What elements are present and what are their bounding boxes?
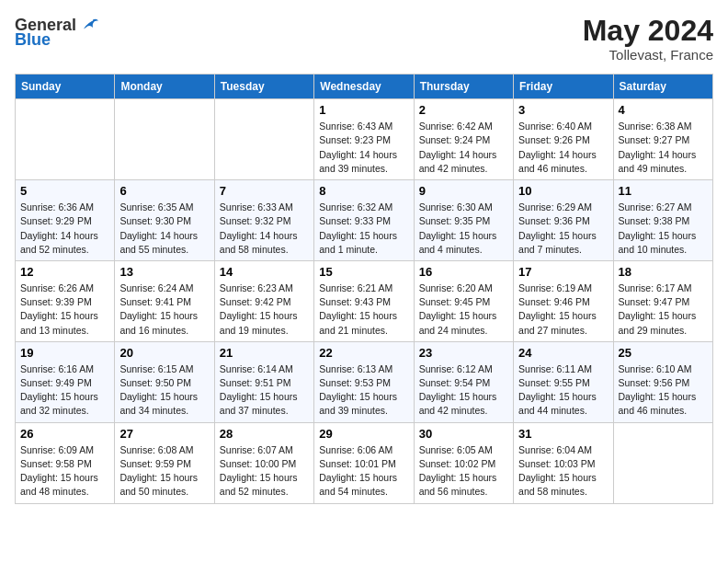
day-number: 14 [220,265,309,279]
calendar-cell [613,422,712,503]
calendar-week-row: 1Sunrise: 6:43 AM Sunset: 9:23 PM Daylig… [16,99,713,180]
calendar-week-row: 26Sunrise: 6:09 AM Sunset: 9:58 PM Dayli… [16,422,713,503]
day-number: 1 [319,103,408,117]
day-info: Sunrise: 6:29 AM Sunset: 9:36 PM Dayligh… [518,201,608,257]
day-info: Sunrise: 6:05 AM Sunset: 10:02 PM Daylig… [419,443,508,500]
day-number: 9 [419,184,508,198]
day-number: 2 [419,103,508,117]
day-info: Sunrise: 6:09 AM Sunset: 9:58 PM Dayligh… [20,443,109,500]
day-info: Sunrise: 6:16 AM Sunset: 9:49 PM Dayligh… [20,362,109,419]
calendar-cell: 24Sunrise: 6:11 AM Sunset: 9:55 PM Dayli… [514,341,613,422]
day-number: 30 [419,427,508,441]
calendar-cell: 26Sunrise: 6:09 AM Sunset: 9:58 PM Dayli… [16,422,115,503]
calendar-table: SundayMondayTuesdayWednesdayThursdayFrid… [15,74,713,503]
day-info: Sunrise: 6:35 AM Sunset: 9:30 PM Dayligh… [119,201,209,257]
day-info: Sunrise: 6:12 AM Sunset: 9:54 PM Dayligh… [419,362,508,419]
calendar-cell: 11Sunrise: 6:27 AM Sunset: 9:38 PM Dayli… [613,180,712,261]
day-info: Sunrise: 6:24 AM Sunset: 9:41 PM Dayligh… [119,282,209,338]
day-number: 24 [518,346,608,360]
day-number: 21 [220,346,309,360]
day-number: 23 [419,346,508,360]
calendar-cell: 23Sunrise: 6:12 AM Sunset: 9:54 PM Dayli… [414,341,513,422]
day-info: Sunrise: 6:21 AM Sunset: 9:43 PM Dayligh… [319,282,408,338]
day-info: Sunrise: 6:07 AM Sunset: 10:00 PM Daylig… [220,443,309,500]
weekday-header-saturday: Saturday [613,75,712,99]
day-number: 11 [619,184,708,198]
calendar-cell [115,99,214,180]
day-number: 4 [619,103,708,117]
day-info: Sunrise: 6:04 AM Sunset: 10:03 PM Daylig… [518,443,608,500]
calendar-cell: 27Sunrise: 6:08 AM Sunset: 9:59 PM Dayli… [115,422,214,503]
day-number: 17 [518,265,608,279]
day-info: Sunrise: 6:42 AM Sunset: 9:24 PM Dayligh… [419,120,508,176]
day-number: 26 [20,427,109,441]
calendar-cell: 14Sunrise: 6:23 AM Sunset: 9:42 PM Dayli… [214,260,313,341]
weekday-header-monday: Monday [115,75,214,99]
calendar-week-row: 12Sunrise: 6:26 AM Sunset: 9:39 PM Dayli… [16,260,713,341]
day-number: 7 [220,184,309,198]
calendar-cell: 6Sunrise: 6:35 AM Sunset: 9:30 PM Daylig… [115,180,214,261]
calendar-cell: 3Sunrise: 6:40 AM Sunset: 9:26 PM Daylig… [514,99,613,180]
day-info: Sunrise: 6:43 AM Sunset: 9:23 PM Dayligh… [319,120,408,176]
calendar-cell: 1Sunrise: 6:43 AM Sunset: 9:23 PM Daylig… [314,99,414,180]
weekday-header-wednesday: Wednesday [314,75,414,99]
day-info: Sunrise: 6:38 AM Sunset: 9:27 PM Dayligh… [619,120,708,176]
calendar-cell: 25Sunrise: 6:10 AM Sunset: 9:56 PM Dayli… [613,341,712,422]
day-info: Sunrise: 6:10 AM Sunset: 9:56 PM Dayligh… [619,362,708,419]
day-info: Sunrise: 6:30 AM Sunset: 9:35 PM Dayligh… [419,201,508,257]
calendar-cell [214,99,313,180]
calendar-cell: 8Sunrise: 6:32 AM Sunset: 9:33 PM Daylig… [314,180,414,261]
day-info: Sunrise: 6:08 AM Sunset: 9:59 PM Dayligh… [119,443,209,500]
day-number: 22 [319,346,408,360]
calendar-cell: 28Sunrise: 6:07 AM Sunset: 10:00 PM Dayl… [214,422,313,503]
day-number: 25 [619,346,708,360]
title-block: May 2024 Tollevast, France [583,15,713,63]
weekday-header-friday: Friday [514,75,613,99]
calendar-cell: 20Sunrise: 6:15 AM Sunset: 9:50 PM Dayli… [115,341,214,422]
calendar-cell: 17Sunrise: 6:19 AM Sunset: 9:46 PM Dayli… [514,260,613,341]
day-number: 12 [20,265,109,279]
page-header: General Blue May 2024 Tollevast, France [15,15,713,63]
day-info: Sunrise: 6:19 AM Sunset: 9:46 PM Dayligh… [518,282,608,338]
day-info: Sunrise: 6:26 AM Sunset: 9:39 PM Dayligh… [20,282,109,338]
day-info: Sunrise: 6:14 AM Sunset: 9:51 PM Dayligh… [220,362,309,419]
calendar-cell: 2Sunrise: 6:42 AM Sunset: 9:24 PM Daylig… [414,99,513,180]
calendar-cell: 12Sunrise: 6:26 AM Sunset: 9:39 PM Dayli… [16,260,115,341]
day-number: 3 [518,103,608,117]
day-info: Sunrise: 6:23 AM Sunset: 9:42 PM Dayligh… [220,282,309,338]
calendar-cell: 30Sunrise: 6:05 AM Sunset: 10:02 PM Dayl… [414,422,513,503]
calendar-cell: 21Sunrise: 6:14 AM Sunset: 9:51 PM Dayli… [214,341,313,422]
day-number: 18 [619,265,708,279]
calendar-cell: 9Sunrise: 6:30 AM Sunset: 9:35 PM Daylig… [414,180,513,261]
calendar-cell: 13Sunrise: 6:24 AM Sunset: 9:41 PM Dayli… [115,260,214,341]
day-number: 28 [220,427,309,441]
calendar-week-row: 19Sunrise: 6:16 AM Sunset: 9:49 PM Dayli… [16,341,713,422]
day-number: 5 [20,184,109,198]
day-info: Sunrise: 6:06 AM Sunset: 10:01 PM Daylig… [319,443,408,500]
weekday-header-row: SundayMondayTuesdayWednesdayThursdayFrid… [16,75,713,99]
calendar-cell: 5Sunrise: 6:36 AM Sunset: 9:29 PM Daylig… [16,180,115,261]
calendar-cell: 19Sunrise: 6:16 AM Sunset: 9:49 PM Dayli… [16,341,115,422]
day-info: Sunrise: 6:36 AM Sunset: 9:29 PM Dayligh… [20,201,109,257]
day-number: 31 [518,427,608,441]
day-number: 10 [518,184,608,198]
day-info: Sunrise: 6:13 AM Sunset: 9:53 PM Dayligh… [319,362,408,419]
day-info: Sunrise: 6:17 AM Sunset: 9:47 PM Dayligh… [619,282,708,338]
weekday-header-tuesday: Tuesday [214,75,313,99]
calendar-cell: 7Sunrise: 6:33 AM Sunset: 9:32 PM Daylig… [214,180,313,261]
calendar-week-row: 5Sunrise: 6:36 AM Sunset: 9:29 PM Daylig… [16,180,713,261]
day-number: 8 [319,184,408,198]
day-number: 6 [119,184,209,198]
calendar-cell: 29Sunrise: 6:06 AM Sunset: 10:01 PM Dayl… [314,422,414,503]
calendar-location: Tollevast, France [583,47,713,63]
day-info: Sunrise: 6:40 AM Sunset: 9:26 PM Dayligh… [518,120,608,176]
day-info: Sunrise: 6:27 AM Sunset: 9:38 PM Dayligh… [619,201,708,257]
day-number: 13 [119,265,209,279]
weekday-header-thursday: Thursday [414,75,513,99]
calendar-cell: 16Sunrise: 6:20 AM Sunset: 9:45 PM Dayli… [414,260,513,341]
day-info: Sunrise: 6:33 AM Sunset: 9:32 PM Dayligh… [220,201,309,257]
calendar-cell: 15Sunrise: 6:21 AM Sunset: 9:43 PM Dayli… [314,260,414,341]
calendar-cell: 22Sunrise: 6:13 AM Sunset: 9:53 PM Dayli… [314,341,414,422]
day-number: 27 [119,427,209,441]
logo: General Blue [15,15,98,48]
